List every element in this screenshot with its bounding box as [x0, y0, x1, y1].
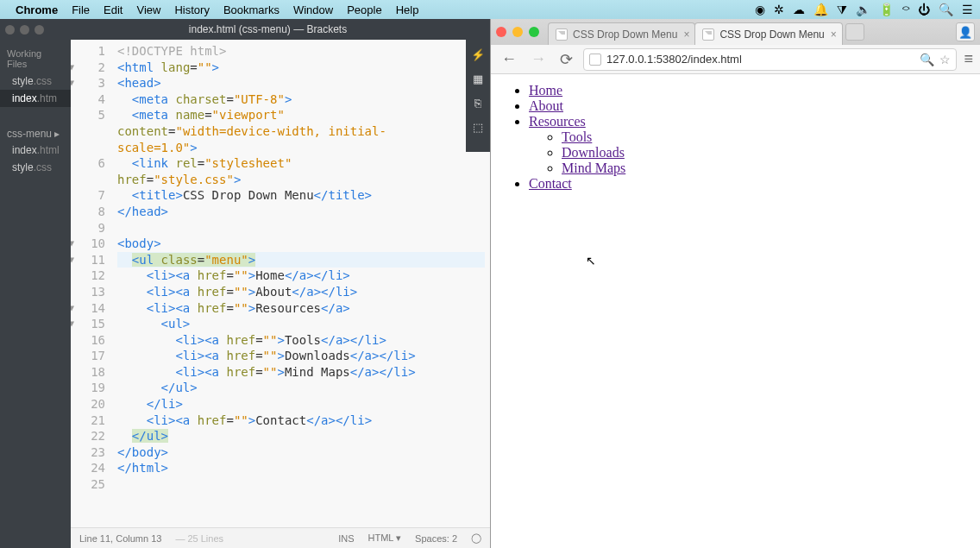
list-item: Mind Maps: [562, 161, 968, 176]
tab-close-icon[interactable]: ×: [683, 28, 689, 41]
rendered-page: Home About Resources Tools Downloads Min…: [491, 74, 980, 548]
project-file-index-html[interactable]: index.html: [0, 142, 71, 159]
working-file-style-css[interactable]: style.css: [0, 72, 71, 90]
chrome-tabstrip: CSS Drop Down Menu × CSS Drop Down Menu …: [491, 19, 980, 45]
zoom-icon[interactable]: 🔍: [920, 53, 934, 66]
menu-edit[interactable]: Edit: [104, 3, 122, 16]
favicon-icon: [556, 28, 568, 41]
list-item: Home: [529, 83, 968, 98]
menu-window[interactable]: Window: [293, 3, 333, 16]
working-file-index-html[interactable]: index.htm: [0, 90, 71, 107]
chrome-toolbar: ← → ⟳ 127.0.0.1:53802/index.html 🔍 ☆ ≡: [491, 45, 980, 74]
menu-app-name[interactable]: Chrome: [16, 3, 58, 16]
notifications-icon[interactable]: 🔔: [814, 3, 828, 16]
favicon-icon: [702, 28, 714, 41]
wifi-icon[interactable]: ⌔: [902, 3, 909, 16]
new-tab-button[interactable]: [845, 23, 864, 41]
back-button[interactable]: ←: [498, 50, 520, 68]
list-item: Contact: [529, 176, 968, 192]
status-insert-mode[interactable]: INS: [338, 533, 354, 544]
menu-history[interactable]: History: [174, 3, 209, 16]
chrome-zoom-icon[interactable]: [529, 27, 539, 37]
menu-help[interactable]: Help: [396, 3, 419, 16]
list-item: About: [529, 98, 968, 114]
code-icon[interactable]: ⎘: [470, 95, 486, 110]
list-item: Downloads: [562, 145, 968, 161]
menu-extras-icon[interactable]: ☰: [962, 3, 973, 16]
link-contact[interactable]: Contact: [529, 176, 572, 191]
brackets-statusbar: Line 11, Column 13 — 25 Lines INS HTML ▾…: [71, 527, 490, 548]
project-folder[interactable]: css-menu ▸: [0, 123, 71, 142]
link-downloads[interactable]: Downloads: [562, 145, 625, 160]
package-icon[interactable]: ⬚: [470, 119, 486, 135]
link-about[interactable]: About: [529, 98, 563, 113]
brackets-titlebar: index.html (css-menu) — Brackets: [0, 19, 490, 40]
list-item: Resources Tools Downloads Mind Maps: [529, 114, 968, 176]
menu-view[interactable]: View: [136, 3, 160, 16]
window-minimize-icon[interactable]: [20, 25, 29, 35]
status-spaces[interactable]: Spaces: 2: [415, 533, 457, 544]
link-home[interactable]: Home: [529, 83, 562, 98]
chrome-close-icon[interactable]: [496, 27, 506, 37]
address-bar[interactable]: 127.0.0.1:53802/index.html 🔍 ☆: [583, 48, 957, 71]
status-line-count: — 25 Lines: [175, 533, 223, 544]
list-item: Tools: [562, 129, 968, 145]
dropbox-icon[interactable]: ⧩: [837, 3, 847, 17]
menu-bookmarks[interactable]: Bookmarks: [223, 3, 280, 16]
power-icon[interactable]: ⏻: [918, 3, 930, 16]
code-editor[interactable]: 1▼2▼3456789▼10▼111213▼14▼151617181920212…: [71, 40, 490, 527]
extension-manager-icon[interactable]: ▦: [470, 71, 486, 86]
tab-title: CSS Drop Down Menu: [719, 28, 824, 41]
window-zoom-icon[interactable]: [35, 25, 44, 35]
forward-button[interactable]: →: [527, 50, 550, 68]
brackets-sidebar: Working Files style.css index.htm css-me…: [0, 40, 71, 548]
link-mind-maps[interactable]: Mind Maps: [562, 161, 625, 175]
chrome-profile-icon[interactable]: 👤: [956, 22, 975, 41]
menu-file[interactable]: File: [72, 3, 90, 16]
brackets-title: index.html (css-menu) — Brackets: [51, 23, 485, 35]
browser-tab[interactable]: CSS Drop Down Menu ×: [548, 22, 695, 45]
page-icon: [589, 54, 601, 66]
link-tools[interactable]: Tools: [562, 129, 592, 144]
window-close-icon[interactable]: [5, 25, 15, 35]
mac-status-icons: ◉ ✲ ☁ 🔔 ⧩ 🔈 🔋 ⌔ ⏻ 🔍 ☰: [755, 3, 973, 17]
settings-icon[interactable]: ✲: [774, 3, 784, 16]
live-preview-icon[interactable]: ⚡: [470, 47, 486, 62]
link-resources[interactable]: Resources: [529, 114, 586, 129]
project-file-style-css[interactable]: style.css: [0, 159, 71, 176]
chrome-menu-icon[interactable]: ≡: [964, 50, 973, 68]
reload-button[interactable]: ⟳: [556, 50, 576, 69]
bookmark-star-icon[interactable]: ☆: [939, 53, 951, 66]
spotlight-icon[interactable]: 🔍: [939, 3, 953, 16]
working-files-label: Working Files: [0, 45, 71, 72]
status-cursor-position: Line 11, Column 13: [79, 533, 161, 544]
tab-close-icon[interactable]: ×: [831, 28, 837, 41]
record-icon[interactable]: ◉: [755, 3, 765, 16]
chrome-minimize-icon[interactable]: [512, 27, 523, 37]
battery-icon[interactable]: 🔋: [879, 3, 894, 16]
menu-people[interactable]: People: [347, 3, 381, 16]
volume-icon[interactable]: 🔈: [856, 3, 870, 16]
brackets-window: index.html (css-menu) — Brackets Working…: [0, 19, 490, 548]
brackets-toolstrip: ⚡ ▦ ⎘ ⬚: [466, 40, 490, 152]
chrome-window: CSS Drop Down Menu × CSS Drop Down Menu …: [490, 19, 980, 548]
status-language[interactable]: HTML ▾: [368, 532, 401, 544]
tab-title: CSS Drop Down Menu: [573, 28, 677, 41]
mac-menubar: Chrome File Edit View History Bookmarks …: [0, 0, 980, 19]
cloud-icon[interactable]: ☁: [793, 3, 805, 16]
browser-tab-active[interactable]: CSS Drop Down Menu ×: [694, 22, 842, 45]
status-circle-icon[interactable]: ◯: [471, 532, 481, 544]
url-text: 127.0.0.1:53802/index.html: [606, 53, 920, 66]
mouse-cursor-icon: ↖: [586, 254, 596, 268]
